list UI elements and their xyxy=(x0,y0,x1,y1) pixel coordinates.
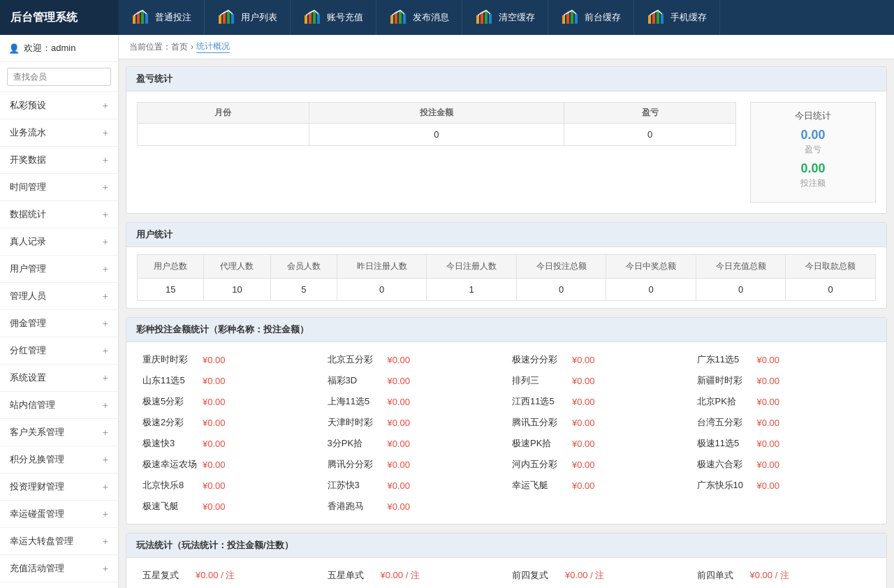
sidebar-item-客户关系管理[interactable]: 客户关系管理+ xyxy=(0,419,118,446)
sidebar-item-充值活动管理[interactable]: 充值活动管理+ xyxy=(0,555,118,582)
sidebar-item-投资理财管理[interactable]: 投资理财管理+ xyxy=(0,473,118,501)
lottery-name-12[interactable]: 极速2分彩 xyxy=(142,416,198,429)
user-th-7: 今日充值总额 xyxy=(696,255,785,279)
sidebar-item-幸运碰蛋管理[interactable]: 幸运碰蛋管理+ xyxy=(0,501,118,528)
nav-frontend-cache[interactable]: 前台缓存 xyxy=(548,0,634,35)
svg-rect-2 xyxy=(141,10,144,24)
profit-td-val: 0 xyxy=(564,124,736,146)
lottery-name-27[interactable]: 广东快乐10 xyxy=(697,479,753,492)
lottery-section-title: 彩种投注金额统计（彩种名称：投注金额） xyxy=(126,318,886,342)
lottery-name-25[interactable]: 江苏快3 xyxy=(328,479,383,492)
lottery-name-10[interactable]: 江西11选5 xyxy=(512,395,568,408)
svg-rect-17 xyxy=(481,13,483,24)
sidebar-item-幸运大转盘管理[interactable]: 幸运大转盘管理+ xyxy=(0,528,118,555)
lottery-item-28: 极速飞艇¥0.00 xyxy=(137,496,322,517)
sidebar-item-数据统计[interactable]: 数据统计+ xyxy=(0,201,118,228)
content-area: 盈亏统计 月份 投注金额 盈亏 xyxy=(119,59,894,588)
sidebar-item-佣金活动管理[interactable]: 佣金活动管理+ xyxy=(0,582,118,588)
svg-rect-20 xyxy=(562,15,565,24)
sidebar-item-系统设置[interactable]: 系统设置+ xyxy=(0,365,118,392)
lottery-name-13[interactable]: 天津时时彩 xyxy=(328,416,383,429)
sidebar-item-真人记录[interactable]: 真人记录+ xyxy=(0,228,118,256)
nav-putong-touzhu[interactable]: 普通投注 xyxy=(119,0,205,35)
lottery-name-15[interactable]: 台湾五分彩 xyxy=(697,416,753,429)
lottery-name-24[interactable]: 北京快乐8 xyxy=(142,479,198,492)
play-item-0: 五星复式¥0.00 / 注 xyxy=(137,565,322,586)
lottery-name-6[interactable]: 排列三 xyxy=(512,374,568,387)
nav-label-4: 发布消息 xyxy=(413,11,449,24)
lottery-name-22[interactable]: 河内五分彩 xyxy=(512,458,568,471)
lottery-name-18[interactable]: 极速PK拾 xyxy=(512,437,568,450)
sidebar-item-label: 真人记录 xyxy=(10,235,46,248)
lottery-name-7[interactable]: 新疆时时彩 xyxy=(697,374,753,387)
sidebar-item-开奖数据[interactable]: 开奖数据+ xyxy=(0,147,118,174)
plus-icon: + xyxy=(103,263,108,274)
lottery-name-4[interactable]: 山东11选5 xyxy=(142,374,198,387)
lottery-name-2[interactable]: 极速分分彩 xyxy=(512,353,568,366)
plus-icon: + xyxy=(103,236,108,247)
svg-rect-19 xyxy=(489,14,492,24)
sidebar-item-label: 客户关系管理 xyxy=(10,426,64,439)
svg-rect-12 xyxy=(390,15,393,24)
lottery-name-0[interactable]: 重庆时时彩 xyxy=(142,353,198,366)
lottery-val-4: ¥0.00 xyxy=(203,376,226,386)
plus-icon: + xyxy=(103,209,108,220)
lottery-name-26[interactable]: 幸运飞艇 xyxy=(512,479,568,492)
nav-mobile-cache[interactable]: 手机缓存 xyxy=(634,0,720,35)
lottery-val-3: ¥0.00 xyxy=(757,355,780,365)
lottery-name-5[interactable]: 福彩3D xyxy=(328,374,383,387)
user-td-6: 0 xyxy=(606,279,696,301)
lottery-name-16[interactable]: 极速快3 xyxy=(142,437,198,450)
profit-today-profit-val: 0.00 xyxy=(758,128,868,142)
sidebar-item-分红管理[interactable]: 分红管理+ xyxy=(0,337,118,365)
search-input[interactable] xyxy=(7,68,111,86)
sidebar-item-私彩预设[interactable]: 私彩预设+ xyxy=(0,92,118,119)
lottery-name-8[interactable]: 极速5分彩 xyxy=(142,395,198,408)
nav-user-list[interactable]: 用户列表 xyxy=(205,0,291,35)
lottery-item-17: 3分PK拾¥0.00 xyxy=(322,433,507,454)
lottery-name-9[interactable]: 上海11选5 xyxy=(328,395,383,408)
lottery-item-3: 广东11选5¥0.00 xyxy=(691,349,877,370)
svg-rect-26 xyxy=(657,10,659,24)
user-td-0: 15 xyxy=(138,279,204,301)
plus-icon: + xyxy=(103,182,108,193)
lottery-name-28[interactable]: 极速飞艇 xyxy=(142,500,198,513)
sidebar-item-用户管理[interactable]: 用户管理+ xyxy=(0,256,118,283)
sidebar-item-佣金管理[interactable]: 佣金管理+ xyxy=(0,310,118,337)
sidebar-item-站内信管理[interactable]: 站内信管理+ xyxy=(0,392,118,419)
nav-clear-cache[interactable]: 清空缓存 xyxy=(462,0,548,35)
lottery-item-13: 天津时时彩¥0.00 xyxy=(322,412,507,433)
lottery-name-21[interactable]: 腾讯分分彩 xyxy=(328,458,383,471)
sidebar-item-label: 积分兑换管理 xyxy=(10,453,64,466)
svg-rect-1 xyxy=(137,13,140,24)
sidebar-item-业务流水[interactable]: 业务流水+ xyxy=(0,119,118,147)
user-th-1: 代理人数 xyxy=(204,255,270,279)
plus-icon: + xyxy=(103,563,108,574)
profit-section-title: 盈亏统计 xyxy=(126,67,886,91)
sidebar: 👤 欢迎：admin 私彩预设+业务流水+开奖数据+时间管理+数据统计+真人记录… xyxy=(0,35,119,588)
lottery-val-7: ¥0.00 xyxy=(757,376,780,386)
sidebar-item-label: 幸运大转盘管理 xyxy=(10,535,73,547)
play-name-3: 前四单式 xyxy=(697,569,746,582)
lottery-name-20[interactable]: 极速幸运农场 xyxy=(142,458,198,471)
lottery-name-29[interactable]: 香港跑马 xyxy=(328,500,383,513)
lottery-item-15: 台湾五分彩¥0.00 xyxy=(691,412,877,433)
plus-icon: + xyxy=(103,372,108,383)
sidebar-item-时间管理[interactable]: 时间管理+ xyxy=(0,174,118,201)
lottery-name-1[interactable]: 北京五分彩 xyxy=(328,353,383,366)
lottery-name-14[interactable]: 腾讯五分彩 xyxy=(512,416,568,429)
lottery-name-3[interactable]: 广东11选5 xyxy=(697,353,753,366)
nav-account-recharge[interactable]: 账号充值 xyxy=(291,0,376,35)
lottery-item-27: 广东快乐10¥0.00 xyxy=(691,475,877,496)
sidebar-item-积分兑换管理[interactable]: 积分兑换管理+ xyxy=(0,446,118,473)
user-th-2: 会员人数 xyxy=(270,255,337,279)
lottery-name-19[interactable]: 极速11选5 xyxy=(697,437,753,450)
svg-rect-0 xyxy=(133,15,135,24)
plus-icon: + xyxy=(103,127,108,138)
nav-publish-msg[interactable]: 发布消息 xyxy=(376,0,462,35)
sidebar-item-管理人员[interactable]: 管理人员+ xyxy=(0,283,118,310)
lottery-name-23[interactable]: 极速六合彩 xyxy=(697,458,753,471)
lottery-name-11[interactable]: 北京PK拾 xyxy=(697,395,753,408)
plus-icon: + xyxy=(103,154,108,166)
lottery-name-17[interactable]: 3分PK拾 xyxy=(328,437,383,450)
